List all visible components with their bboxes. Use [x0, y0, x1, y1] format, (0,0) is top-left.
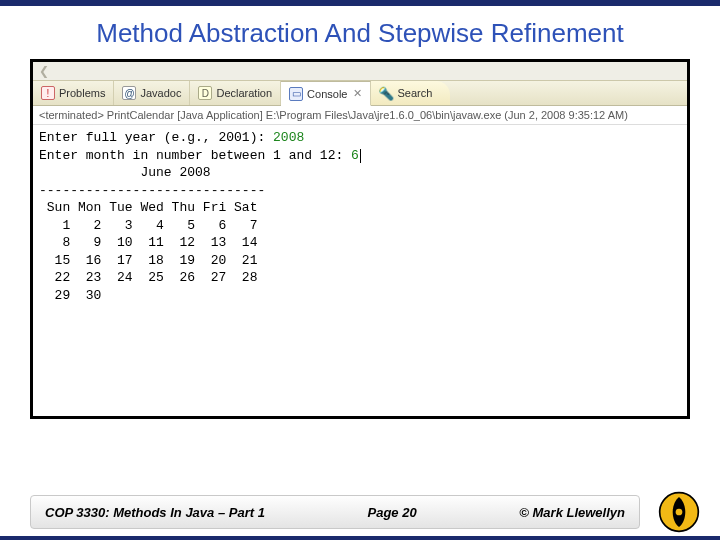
tab-label: Javadoc: [140, 87, 181, 99]
tab-declaration[interactable]: D Declaration: [190, 81, 281, 105]
chevron-left-icon[interactable]: ❮: [39, 64, 49, 78]
footer-page: Page 20: [265, 505, 519, 520]
calendar-row: 22 23 24 25 26 27 28: [39, 270, 257, 285]
tab-label: Console: [307, 88, 347, 100]
svg-point-1: [676, 509, 683, 516]
launch-status: <terminated> PrintCalendar [Java Applica…: [33, 106, 687, 125]
declaration-icon: D: [198, 86, 212, 100]
slide-footer: COP 3330: Methods In Java – Part 1 Page …: [0, 492, 720, 532]
console-input-year: 2008: [273, 130, 304, 145]
console-input-month: 6: [351, 148, 359, 163]
footer-course: COP 3330: Methods In Java – Part 1: [45, 505, 265, 520]
tab-javadoc[interactable]: @ Javadoc: [114, 81, 190, 105]
calendar-dow: Sun Mon Tue Wed Thu Fri Sat: [39, 200, 257, 215]
calendar-row: 1 2 3 4 5 6 7: [39, 218, 257, 233]
footer-author: © Mark Llewellyn: [519, 505, 625, 520]
tab-problems[interactable]: ! Problems: [33, 81, 114, 105]
ide-frame: ❮ ! Problems @ Javadoc D Declaration ▭ C…: [30, 59, 690, 419]
tab-label: Problems: [59, 87, 105, 99]
scroll-hint-bar: ❮: [33, 62, 687, 80]
calendar-row: 8 9 10 11 12 13 14: [39, 235, 257, 250]
calendar-row: 15 16 17 18 19 20 21: [39, 253, 257, 268]
console-line: Enter month in number between 1 and 12:: [39, 148, 351, 163]
ucf-logo-icon: [658, 491, 700, 533]
calendar-rule: -----------------------------: [39, 183, 265, 198]
console-icon: ▭: [289, 87, 303, 101]
console-output[interactable]: Enter full year (e.g., 2001): 2008 Enter…: [33, 125, 687, 308]
javadoc-icon: @: [122, 86, 136, 100]
footer-bar: COP 3330: Methods In Java – Part 1 Page …: [30, 495, 640, 529]
slide-title: Method Abstraction And Stepwise Refineme…: [0, 6, 720, 59]
tab-label: Declaration: [216, 87, 272, 99]
tab-search[interactable]: 🔦 Search: [371, 81, 450, 105]
search-icon: 🔦: [379, 86, 393, 100]
calendar-title: June 2008: [39, 165, 211, 180]
tab-console[interactable]: ▭ Console ✕: [281, 81, 371, 106]
tab-label: Search: [397, 87, 432, 99]
close-icon[interactable]: ✕: [353, 87, 362, 100]
console-line: Enter full year (e.g., 2001):: [39, 130, 273, 145]
view-tabbar: ! Problems @ Javadoc D Declaration ▭ Con…: [33, 80, 687, 106]
problems-icon: !: [41, 86, 55, 100]
calendar-row: 29 30: [39, 288, 101, 303]
text-cursor: [360, 149, 361, 163]
